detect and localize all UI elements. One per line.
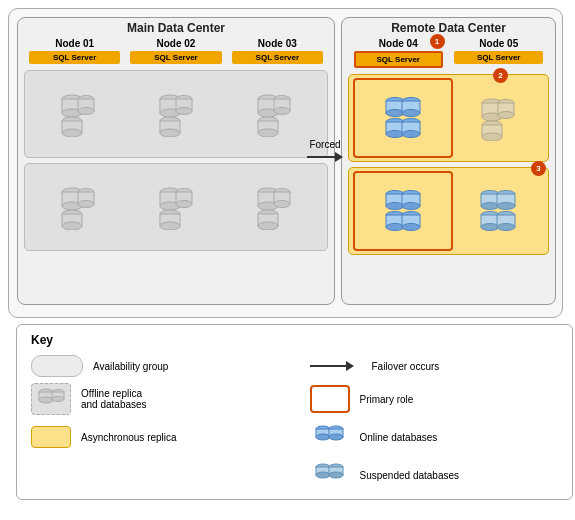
diagram-area: Main Data Center Node 01 SQL Server Node… [8, 8, 563, 318]
svg-point-83 [386, 224, 404, 231]
svg-point-62 [386, 131, 404, 138]
replica-cell-1-3 [225, 91, 323, 137]
legend-shape-availability [31, 355, 83, 377]
svg-point-50 [274, 201, 290, 208]
node-01-label: Node 01 [55, 38, 94, 49]
svg-point-71 [498, 112, 514, 119]
remote-dc-label: Remote Data Center [342, 18, 555, 38]
legend-item-failover: Failover occurs [310, 355, 559, 377]
svg-point-92 [497, 203, 515, 210]
remote-data-center: Remote Data Center 1 Node 04 SQL Server … [341, 17, 556, 305]
replica-cell-2-3 [225, 184, 323, 230]
svg-point-104 [52, 397, 64, 402]
svg-point-65 [402, 131, 420, 138]
legend-text-offline: Offline replicaand databases [81, 388, 147, 410]
replica-cell-1-1 [29, 91, 127, 137]
replica-cell-1-2 [127, 91, 225, 137]
node-04: 1 Node 04 SQL Server [350, 38, 447, 68]
node-02-sql: SQL Server [130, 51, 221, 64]
svg-point-86 [402, 224, 420, 231]
legend-text-failover: Failover occurs [372, 361, 440, 372]
legend-shape-async [31, 426, 71, 448]
svg-point-23 [274, 108, 290, 115]
legend-shape-primary [310, 385, 350, 413]
remote-replica-cell-1-2 [453, 95, 545, 141]
svg-point-44 [160, 222, 180, 230]
remote-nodes-row: 1 Node 04 SQL Server Node 05 SQL Server [342, 38, 555, 68]
svg-point-95 [481, 224, 499, 231]
main-replica-row-1 [24, 70, 328, 158]
remote-replica-row-1: 2 [348, 74, 549, 162]
svg-point-26 [258, 129, 278, 137]
node-05: Node 05 SQL Server [451, 38, 548, 68]
legend-shape-suspended [310, 459, 350, 491]
svg-point-35 [62, 222, 82, 230]
main-replica-row-2 [24, 163, 328, 251]
legend-text-online: Online databases [360, 432, 438, 443]
legend-item-availability: Availability group [31, 355, 280, 377]
legend: Key Availability group Failover occurs [16, 324, 573, 500]
node-01: Node 01 SQL Server [24, 38, 125, 64]
legend-text-primary: Primary role [360, 394, 414, 405]
main-nodes-row: Node 01 SQL Server Node 02 SQL Server No… [18, 38, 334, 64]
legend-item-async: Asynchronous replica [31, 421, 280, 453]
svg-point-89 [481, 203, 499, 210]
svg-point-14 [176, 108, 192, 115]
svg-point-8 [62, 129, 82, 137]
node-02: Node 02 SQL Server [125, 38, 226, 64]
node-05-sql: SQL Server [454, 51, 543, 64]
forced-arrow-graphic [307, 152, 343, 162]
svg-point-32 [78, 201, 94, 208]
svg-point-74 [482, 133, 502, 141]
main-dc-label: Main Data Center [18, 18, 334, 38]
replica-cell-2-2 [127, 184, 225, 230]
legend-grid: Availability group Failover occurs [31, 355, 558, 491]
remote-replica-cell-2-1 [353, 171, 453, 251]
svg-point-17 [160, 129, 180, 137]
svg-point-116 [329, 472, 343, 478]
remote-replica-cell-2-2 [453, 187, 545, 235]
node-03-sql: SQL Server [232, 51, 323, 64]
remote-replica-row-2: 3 [348, 167, 549, 255]
svg-point-77 [386, 203, 404, 210]
legend-shape-online [310, 421, 350, 453]
node-04-sql: SQL Server [354, 51, 443, 68]
legend-shape-failover [310, 361, 362, 371]
replica-cell-2-1 [29, 184, 127, 230]
svg-point-5 [78, 108, 94, 115]
node-02-label: Node 02 [157, 38, 196, 49]
remote-replica-cell-1-1 [353, 78, 453, 158]
legend-item-primary: Primary role [310, 383, 559, 415]
svg-point-59 [402, 110, 420, 117]
legend-title: Key [31, 333, 558, 347]
legend-item-online: Online databases [310, 421, 559, 453]
svg-point-53 [258, 222, 278, 230]
svg-point-113 [316, 472, 330, 478]
legend-text-async: Asynchronous replica [81, 432, 177, 443]
legend-item-offline: Offline replicaand databases [31, 383, 280, 415]
svg-point-107 [316, 434, 330, 440]
svg-point-41 [176, 201, 192, 208]
svg-point-80 [402, 203, 420, 210]
legend-item-suspended: Suspended databases [310, 459, 559, 491]
node-04-label: Node 04 [379, 38, 418, 49]
svg-point-110 [329, 434, 343, 440]
forced-label: Forced [309, 139, 340, 150]
circle-3: 3 [531, 161, 546, 176]
legend-shape-offline [31, 383, 71, 415]
forced-arrow: Forced [307, 139, 343, 162]
diagram-container: Main Data Center Node 01 SQL Server Node… [0, 0, 575, 520]
main-data-center: Main Data Center Node 01 SQL Server Node… [17, 17, 335, 305]
svg-point-98 [497, 224, 515, 231]
node-03: Node 03 SQL Server [227, 38, 328, 64]
node-03-label: Node 03 [258, 38, 297, 49]
circle-1: 1 [430, 34, 445, 49]
svg-point-56 [386, 110, 404, 117]
circle-2: 2 [493, 68, 508, 83]
node-05-label: Node 05 [479, 38, 518, 49]
node-01-sql: SQL Server [29, 51, 120, 64]
svg-point-101 [39, 397, 53, 403]
legend-text-availability: Availability group [93, 361, 168, 372]
legend-text-suspended: Suspended databases [360, 470, 460, 481]
